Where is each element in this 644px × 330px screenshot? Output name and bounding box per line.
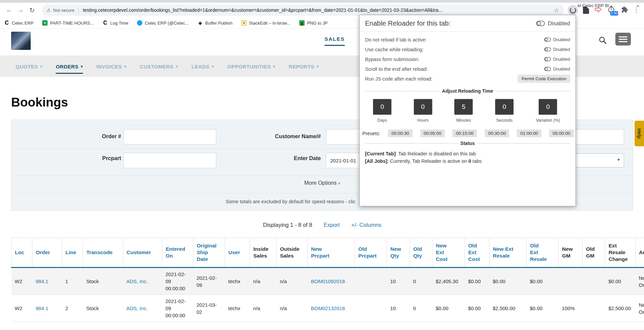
bookings-table: Loc Order Line Transcode Customer Entere…: [11, 238, 644, 322]
time-value-box[interactable]: 0: [495, 99, 513, 115]
chevron-down-icon: ▾: [617, 157, 620, 162]
bookmark-item[interactable]: C Log Time: [103, 20, 128, 26]
bookmark-item[interactable]: ◆ Buffer Publish: [197, 20, 232, 26]
column-header[interactable]: Loc: [11, 238, 32, 268]
header-tab[interactable]: SALES: [325, 36, 345, 46]
company-logo[interactable]: [11, 32, 31, 50]
status-section-header: Status: [365, 141, 570, 146]
column-header[interactable]: Transcode: [83, 238, 123, 268]
bookmark-item[interactable]: + PART-TIME HOURS...: [42, 20, 94, 26]
reload-button[interactable]: ↻: [26, 6, 38, 14]
table-cell: 0: [410, 268, 432, 295]
chevron-down-icon: ▾: [176, 64, 178, 69]
column-header[interactable]: Inside Sales: [250, 238, 277, 268]
url-bar[interactable]: ⚠ Not secure testing.cetecerpdevel.com/o…: [42, 4, 564, 16]
bookmark-item[interactable]: # StackEdit – In-brow...: [241, 20, 290, 26]
option-toggle[interactable]: Disabled: [544, 57, 570, 62]
hamburger-menu-icon[interactable]: [615, 33, 631, 46]
nav-item[interactable]: OPPORTUNITIES ▾: [227, 56, 275, 77]
extension-icon-active[interactable]: [568, 5, 578, 15]
bookings-table-wrap: Loc Order Line Transcode Customer Entere…: [11, 238, 644, 322]
customer-name-label: Customer Name/#: [227, 133, 321, 140]
bookmark-item[interactable]: Cetec ERP (@Cetec...: [137, 20, 189, 26]
column-header[interactable]: Outside Sales: [277, 238, 308, 268]
time-value-box[interactable]: 0: [539, 99, 557, 115]
toggle-off-icon: [544, 57, 551, 61]
bookmark-item-partial[interactable]: el Cetec ERP Bl...: [578, 0, 613, 11]
time-value-box[interactable]: 5: [454, 99, 473, 115]
preset-chip[interactable]: 00:15:00: [452, 129, 477, 137]
nav-item[interactable]: CUSTOMERS ▾: [140, 56, 178, 77]
reloader-title: Enable Reloader for this tab:: [365, 20, 451, 27]
column-header[interactable]: Entered On: [162, 238, 193, 268]
reloader-option-row: Bypass form submission: Disabled: [365, 54, 570, 64]
export-link[interactable]: Export: [324, 222, 340, 228]
forward-button[interactable]: →: [15, 6, 26, 14]
column-header[interactable]: Old GM: [583, 238, 605, 268]
preset-chip[interactable]: 00:05:00: [420, 129, 445, 137]
column-header[interactable]: New Prcpart: [308, 238, 355, 268]
option-toggle[interactable]: Disabled: [544, 37, 570, 42]
bookmark-star-icon[interactable]: ☆: [554, 7, 559, 14]
table-cell: [355, 268, 387, 295]
option-toggle[interactable]: Disabled: [544, 47, 570, 52]
bookmarks-overflow-chevron[interactable]: »: [637, 0, 639, 11]
help-tab[interactable]: Help: [635, 121, 644, 146]
bookmark-label: Cetec ERP: [12, 21, 33, 26]
column-header[interactable]: Ext Resale Change: [605, 238, 636, 268]
column-header[interactable]: New GM: [559, 238, 583, 268]
nav-item[interactable]: INVOICES ▾: [96, 56, 127, 77]
time-value-box[interactable]: 0: [414, 99, 432, 115]
nav-item[interactable]: QUOTES ▾: [16, 56, 42, 77]
bookmark-label: Cetec ERP (@Cetec...: [145, 21, 189, 26]
bookmark-item[interactable]: C Cetec ERP: [4, 20, 33, 26]
preset-chip[interactable]: 01:00:00: [517, 129, 541, 137]
nav-item[interactable]: ORDERS ▾: [56, 56, 83, 77]
prcpart-input[interactable]: [123, 153, 216, 168]
nav-item[interactable]: LEADS ▾: [191, 56, 214, 77]
table-cell: [583, 268, 605, 295]
reloader-option-row: Scroll to the end after reload: Disabled: [365, 64, 570, 74]
column-header[interactable]: New Ext Cost: [432, 238, 465, 268]
time-value-box[interactable]: 0: [373, 99, 391, 115]
column-header[interactable]: New Ext Resale: [489, 238, 527, 268]
preset-chip[interactable]: 05:00:00: [549, 129, 574, 137]
chevron-down-icon: ▾: [212, 64, 214, 69]
order-number-input[interactable]: [123, 129, 216, 145]
reloader-master-toggle[interactable]: Disabled: [536, 20, 570, 27]
bookmark-item[interactable]: χ PNG to JP: [299, 20, 328, 26]
column-header[interactable]: New Qty: [387, 238, 410, 268]
toggle-off-icon: [544, 67, 551, 71]
time-unit: 0 Days: [373, 99, 391, 123]
column-header[interactable]: User: [225, 238, 250, 268]
column-header[interactable]: Customer: [123, 238, 162, 268]
column-header[interactable]: Order: [32, 238, 62, 268]
permit-code-execution-button[interactable]: Permit Code Execution: [518, 75, 570, 83]
column-header[interactable]: Line: [62, 238, 83, 268]
column-header[interactable]: Original Ship Date: [193, 238, 225, 268]
time-unit-label: Variation (%): [536, 118, 560, 123]
extensions-puzzle-icon[interactable]: [621, 6, 628, 14]
column-header[interactable]: Old Ext Resale: [527, 238, 559, 268]
columns-link[interactable]: +/- Columns: [351, 222, 381, 228]
column-header[interactable]: Action: [636, 238, 644, 268]
table-cell: [583, 295, 605, 322]
column-header[interactable]: Old Prcpart: [355, 238, 387, 268]
nav-item[interactable]: REPORTS ▾: [289, 56, 319, 77]
table-cell: BOM02132018: [308, 295, 355, 322]
table-cell: 984.1: [32, 295, 62, 322]
preset-chip[interactable]: 00:00:30: [388, 129, 413, 137]
table-cell: Stock: [83, 295, 123, 322]
bookmark-icon: #: [241, 20, 247, 26]
table-cell: 10: [387, 268, 410, 295]
table-cell: [559, 268, 583, 295]
back-button[interactable]: ←: [3, 6, 15, 14]
order-number-label: Order #: [52, 133, 121, 140]
column-header[interactable]: Old Ext Cost: [465, 238, 489, 268]
column-header[interactable]: Old Qty: [410, 238, 432, 268]
search-button[interactable]: [596, 33, 609, 47]
option-toggle[interactable]: Disabled: [544, 66, 570, 71]
bookmark-icon: [137, 20, 142, 26]
table-cell: 2021-02-09: [193, 268, 225, 295]
preset-chip[interactable]: 00:30:00: [485, 129, 509, 137]
